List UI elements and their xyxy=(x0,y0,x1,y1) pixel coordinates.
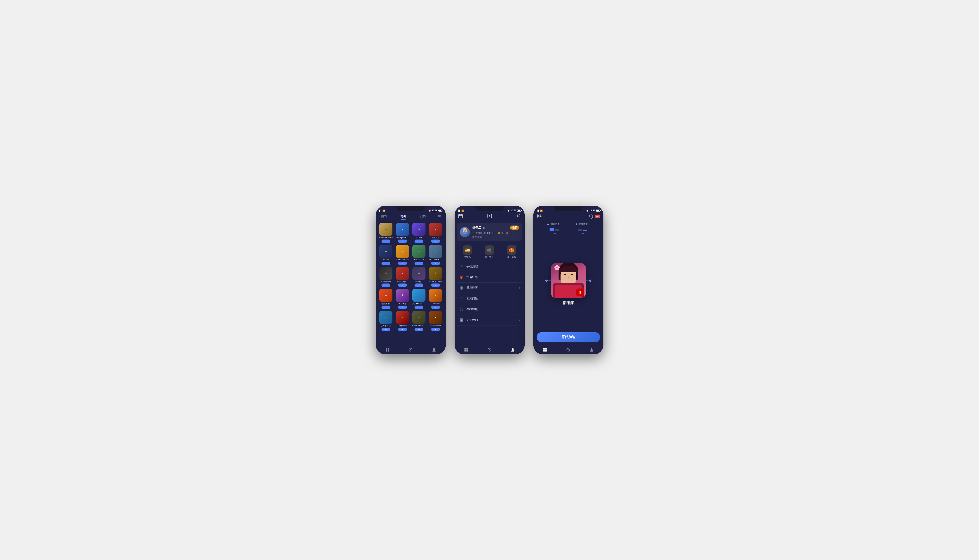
download-button[interactable]: ↓ xyxy=(381,240,390,243)
download-button[interactable]: + xyxy=(381,328,390,331)
svg-point-6 xyxy=(433,348,435,350)
game-icon[interactable]: 🎮 xyxy=(379,223,393,236)
nav-games[interactable] xyxy=(381,346,394,354)
p3-back-icon[interactable] xyxy=(537,213,542,219)
predict-help: ? xyxy=(588,223,590,225)
game-icon[interactable]: 💀 xyxy=(396,289,409,302)
menu-item[interactable]: 🎧在线客服› xyxy=(457,304,522,315)
download-button[interactable]: ↓ xyxy=(398,306,407,309)
game-icon[interactable]: ⚔ xyxy=(429,223,442,236)
game-icon[interactable]: 🏎 xyxy=(379,289,393,302)
download-button[interactable]: ↓ xyxy=(431,262,440,265)
svg-rect-29 xyxy=(545,350,547,352)
quick-action-label: 积分获取 xyxy=(507,255,516,258)
p2-top-icons xyxy=(454,213,525,221)
download-button[interactable]: ↓ xyxy=(414,240,423,243)
game-item: 🏎狂野飙车8↓ xyxy=(378,289,394,309)
game-name: Gangstar 4 xyxy=(398,325,407,327)
nav-middle-1[interactable] xyxy=(404,346,417,354)
game-icon[interactable]: 🎭 xyxy=(413,267,426,280)
tab-overseas[interactable]: 海外 xyxy=(399,213,408,219)
menu-item[interactable]: 🎁幸运红包› xyxy=(457,272,522,283)
download-button[interactable]: ↓ xyxy=(414,306,423,309)
nav-middle-2[interactable] xyxy=(483,346,496,354)
game-inner-logo: S xyxy=(576,288,584,297)
latency-help: ? xyxy=(561,223,561,225)
tab-domestic[interactable]: 国内 xyxy=(379,213,389,219)
download-button[interactable]: ↓ xyxy=(381,262,390,265)
game-icon[interactable]: 🗡 xyxy=(429,311,442,324)
game-name: Mobile Legend... xyxy=(396,281,409,283)
bottom-nav-1 xyxy=(376,345,446,354)
download-button[interactable]: ↓ xyxy=(414,283,423,287)
vip-badge[interactable]: 会员 xyxy=(510,225,520,230)
game-icon[interactable]: 🏎 xyxy=(396,223,409,236)
nav-games-2[interactable] xyxy=(459,346,473,354)
download-button[interactable]: ↓ xyxy=(398,240,407,243)
game-icon[interactable]: 🔫 xyxy=(396,311,409,324)
predict-graph xyxy=(578,227,587,231)
menu-item[interactable]: ⚙️通用设置› xyxy=(457,283,522,293)
games-grid: 🎮PUBG MOBILE↓🏎Zing Speed Mo...↓⚔Fortnite… xyxy=(376,221,446,345)
search-button[interactable]: 🔍 xyxy=(438,214,442,218)
game-icon[interactable]: ⚔ xyxy=(396,245,409,258)
game-icon[interactable]: ⚔ xyxy=(413,223,426,236)
game-icon[interactable]: ⚔ xyxy=(379,311,393,324)
download-button[interactable]: + xyxy=(398,328,407,331)
alarm-icon-3: ⏰ xyxy=(586,210,588,212)
game-showcase-name: 阴阳师 xyxy=(563,301,574,305)
signal-icon-3: ▌▌ xyxy=(537,210,540,212)
game-icon[interactable]: 🔥 xyxy=(429,289,442,302)
game-icon[interactable]: 🔪 xyxy=(413,245,426,258)
device-icon: 🖥 xyxy=(472,236,474,238)
menu-item[interactable]: ❓常见问题› xyxy=(457,293,522,304)
menu-item[interactable]: ℹ️关于我们› xyxy=(457,315,522,325)
download-button[interactable]: ↓ xyxy=(431,283,440,287)
quick-action-item[interactable]: 🛒礼包中心 xyxy=(479,245,500,258)
game-icon[interactable]: 🪖 xyxy=(413,311,426,324)
game-showcase-card[interactable]: 🌸 S xyxy=(551,263,586,298)
p2-calendar-icon[interactable] xyxy=(458,213,463,219)
phone-3: ▌▌ 📶 ⏰ 10:58 4G xyxy=(533,206,603,354)
nav-games-3[interactable] xyxy=(538,346,551,354)
download-button[interactable]: ↓ xyxy=(381,283,390,287)
game-icon[interactable]: ⚔ xyxy=(396,267,409,280)
quick-action-item[interactable]: 🎁积分获取 xyxy=(501,245,522,258)
download-button[interactable]: ↓ xyxy=(398,262,407,265)
svg-rect-25 xyxy=(537,216,539,218)
latency-stat: 线路延迟 ? ms xyxy=(547,223,561,235)
game-name: 傳說對決 xyxy=(432,237,439,239)
svg-point-23 xyxy=(512,348,514,350)
quick-action-item[interactable]: 🎫兑换码 xyxy=(457,245,478,258)
download-button[interactable]: ↓ xyxy=(381,306,390,309)
game-item: 🔪Knives Out↓ xyxy=(411,245,427,265)
menu-item-arrow: › xyxy=(520,308,520,311)
download-button[interactable]: + xyxy=(414,328,423,331)
p2-share-icon[interactable] xyxy=(487,213,492,219)
download-button[interactable]: ↓ xyxy=(431,306,440,309)
game-icon[interactable]: ♨ xyxy=(379,245,393,258)
p2-bell-icon[interactable] xyxy=(516,213,521,219)
download-button[interactable]: ↓ xyxy=(431,240,440,243)
nav-profile-1[interactable] xyxy=(428,346,441,354)
menu-item-icon: 🎧 xyxy=(459,307,464,312)
latency-label: 线路延迟 xyxy=(551,223,560,226)
download-button[interactable]: ↓ xyxy=(398,283,407,287)
svg-rect-27 xyxy=(545,348,547,350)
game-icon[interactable]: 🔫 xyxy=(429,267,442,280)
nav-profile-3[interactable] xyxy=(585,346,598,354)
svg-point-16 xyxy=(465,230,466,230)
game-icon[interactable]: 🦕 xyxy=(429,245,442,258)
start-button[interactable]: 开始加速 xyxy=(537,332,600,342)
svg-rect-28 xyxy=(543,350,545,352)
game-icon[interactable]: 🔫 xyxy=(379,267,393,280)
tab-mine[interactable]: 我的 xyxy=(418,213,428,219)
game-icon[interactable]: ⚓ xyxy=(413,289,426,302)
download-button[interactable]: + xyxy=(431,328,440,331)
nav-profile-2[interactable] xyxy=(506,346,520,354)
game-name: Knives Out xyxy=(414,258,424,261)
menu-item[interactable]: 📱手机清理› xyxy=(457,261,522,272)
menu-item-icon: ℹ️ xyxy=(459,317,464,323)
nav-middle-3[interactable] xyxy=(561,346,575,354)
download-button[interactable]: ↓ xyxy=(414,262,423,265)
